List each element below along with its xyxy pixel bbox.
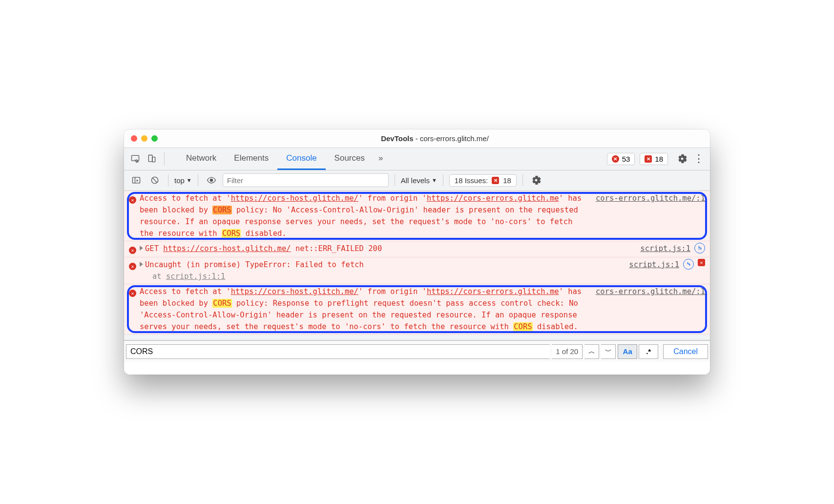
live-expression-icon[interactable] [204, 173, 219, 188]
error-icon [129, 247, 136, 254]
error-icon [129, 263, 136, 270]
panel-tabs: Network Elements Console Sources » [177, 148, 388, 170]
log-levels-selector[interactable]: All levels ▼ [401, 176, 437, 185]
console-error-row[interactable]: Access to fetch at 'https://cors-host.gl… [124, 191, 710, 241]
regex-toggle[interactable]: .* [639, 344, 658, 359]
navigate-icon[interactable] [683, 259, 694, 270]
main-tabbar: Network Elements Console Sources » 53 18… [124, 148, 710, 170]
console-output: Access to fetch at 'https://cors-host.gl… [124, 191, 710, 340]
issue-count-badge[interactable]: 18 [640, 153, 668, 165]
url-link[interactable]: https://cors-host.glitch.me/ [163, 244, 291, 253]
navigate-icon[interactable] [694, 243, 705, 253]
source-link[interactable]: script.js:1 [640, 243, 690, 254]
stack-link[interactable]: script.js:1:1 [166, 272, 225, 281]
console-toolbar: top ▼ All levels ▼ 18 Issues: 18 [124, 170, 710, 191]
source-link[interactable]: cors-errors.glitch.me/:1 [596, 192, 705, 204]
source-link[interactable]: script.js:1 [629, 259, 679, 271]
console-error-row[interactable]: GET https://cors-host.glitch.me/ net::ER… [124, 241, 710, 257]
error-count-badge[interactable]: 53 [607, 153, 635, 165]
svg-rect-1 [148, 155, 152, 162]
svg-rect-3 [133, 178, 140, 184]
inspect-icon[interactable] [128, 151, 143, 166]
error-icon [612, 155, 619, 163]
search-result-count: 1 of 20 [552, 344, 583, 359]
settings-gear-icon[interactable] [675, 151, 689, 166]
tab-elements[interactable]: Elements [225, 148, 277, 170]
url-link[interactable]: https://cors-host.glitch.me/ [231, 287, 358, 296]
window-title: DevTools - cors-errors.glitch.me/ [167, 134, 703, 143]
url-link[interactable]: https://cors-errors.glitch.me [427, 194, 559, 203]
tab-sources[interactable]: Sources [326, 148, 374, 170]
url-link[interactable]: https://cors-host.glitch.me/ [231, 194, 358, 203]
searchbar: 1 of 20 ︿ ﹀ Aa .* Cancel [124, 340, 710, 362]
traffic-lights [131, 135, 158, 142]
console-error-row[interactable]: Access to fetch at 'https://cors-host.gl… [124, 284, 710, 335]
issue-icon [492, 177, 499, 184]
source-link[interactable]: cors-errors.glitch.me/:1 [596, 286, 705, 297]
toggle-sidebar-icon[interactable] [129, 173, 144, 188]
titlebar: DevTools - cors-errors.glitch.me/ [124, 129, 710, 148]
error-message: Access to fetch at 'https://cors-host.gl… [140, 192, 596, 239]
search-input[interactable] [126, 344, 550, 359]
close-window-button[interactable] [131, 135, 137, 142]
issues-button[interactable]: 18 Issues: 18 [449, 174, 517, 187]
search-prev-button[interactable]: ︿ [584, 344, 599, 359]
issue-icon[interactable] [698, 259, 705, 266]
devtools-window: DevTools - cors-errors.glitch.me/ Networ… [124, 129, 710, 375]
search-match: CORS [212, 206, 231, 214]
error-message: Uncaught (in promise) TypeError: Failed … [140, 259, 629, 282]
console-error-row[interactable]: Uncaught (in promise) TypeError: Failed … [124, 257, 710, 284]
context-selector[interactable]: top ▼ [174, 176, 192, 185]
match-case-toggle[interactable]: Aa [618, 344, 637, 359]
tab-network[interactable]: Network [177, 148, 225, 170]
search-match: CORS [222, 229, 241, 238]
error-message: GET https://cors-host.glitch.me/ net::ER… [140, 243, 640, 255]
svg-rect-2 [152, 157, 155, 162]
tab-overflow[interactable]: » [374, 148, 388, 170]
error-icon [129, 290, 136, 297]
expand-triangle-icon[interactable] [140, 262, 143, 267]
filter-input[interactable] [223, 173, 389, 187]
kebab-menu-icon[interactable]: ⋮ [691, 152, 706, 165]
console-settings-gear-icon[interactable] [529, 173, 543, 188]
title-prefix: DevTools [381, 134, 413, 143]
error-message: Access to fetch at 'https://cors-host.gl… [140, 286, 596, 333]
zoom-window-button[interactable] [151, 135, 158, 142]
search-match: CORS [212, 299, 231, 308]
minimize-window-button[interactable] [141, 135, 147, 142]
device-toggle-icon[interactable] [145, 151, 159, 166]
prompt-area[interactable] [124, 362, 710, 375]
url-link[interactable]: https://cors-errors.glitch.me [427, 287, 559, 296]
search-match: CORS [513, 322, 532, 331]
svg-point-5 [210, 179, 212, 182]
search-next-button[interactable]: ﹀ [601, 344, 616, 359]
tab-console[interactable]: Console [277, 148, 325, 170]
clear-console-icon[interactable] [147, 173, 162, 188]
expand-triangle-icon[interactable] [140, 246, 143, 251]
search-cancel-button[interactable]: Cancel [663, 344, 708, 359]
issue-icon [645, 155, 652, 163]
divider [164, 152, 165, 165]
console-gap [124, 335, 710, 340]
title-url: cors-errors.glitch.me/ [420, 134, 489, 143]
error-icon [129, 196, 136, 204]
